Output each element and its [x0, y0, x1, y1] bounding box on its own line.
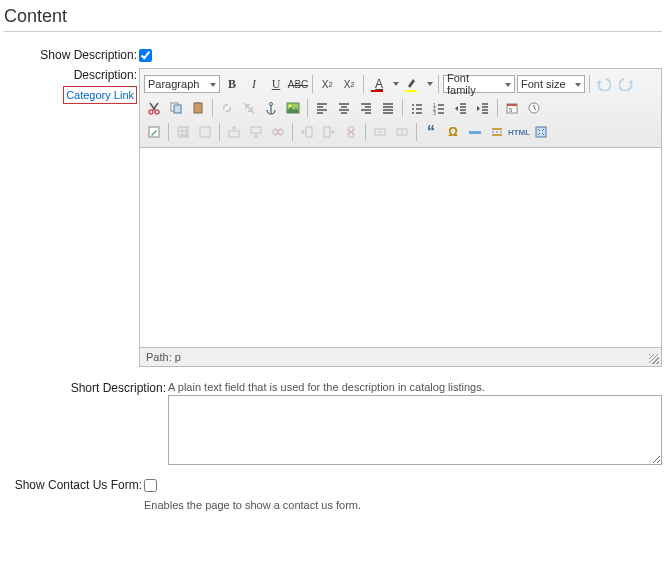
svg-rect-21: [200, 127, 210, 137]
pagebreak-button[interactable]: [487, 122, 507, 142]
svg-point-0: [149, 110, 153, 114]
resize-grip-icon[interactable]: [649, 354, 659, 364]
description-editor[interactable]: [139, 148, 662, 348]
table-props-button[interactable]: [195, 122, 215, 142]
svg-text:3: 3: [433, 110, 436, 115]
section-title: Content: [4, 4, 662, 32]
editor-toolbar: Paragraph B I U ABC X2 X2 A Font family …: [139, 68, 662, 148]
svg-point-11: [412, 112, 414, 114]
text-color-button[interactable]: A: [368, 74, 390, 94]
unlink-button[interactable]: [239, 98, 259, 118]
strikethrough-button[interactable]: ABC: [288, 74, 308, 94]
category-link-text: Category Link: [66, 89, 134, 101]
svg-rect-22: [229, 131, 239, 137]
merge-cells-button[interactable]: [370, 122, 390, 142]
description-label: Description:: [74, 68, 137, 82]
align-right-button[interactable]: [356, 98, 376, 118]
paste-button[interactable]: [188, 98, 208, 118]
font-family-select[interactable]: Font family: [443, 75, 515, 93]
split-cells-button[interactable]: [392, 122, 412, 142]
redo-button[interactable]: [616, 74, 636, 94]
show-description-label: Show Description:: [4, 48, 139, 62]
svg-rect-4: [194, 103, 202, 113]
bg-color-dropdown[interactable]: [426, 74, 434, 94]
svg-rect-3: [174, 105, 181, 113]
show-contact-checkbox[interactable]: [144, 479, 157, 492]
svg-rect-30: [469, 131, 481, 134]
svg-rect-23: [251, 127, 261, 133]
fullscreen-button[interactable]: [531, 122, 551, 142]
table-button[interactable]: [173, 122, 193, 142]
align-center-button[interactable]: [334, 98, 354, 118]
col-after-button[interactable]: [319, 122, 339, 142]
svg-point-10: [412, 108, 414, 110]
align-left-button[interactable]: [312, 98, 332, 118]
col-delete-button[interactable]: [341, 122, 361, 142]
cut-button[interactable]: [144, 98, 164, 118]
format-select[interactable]: Paragraph: [144, 75, 220, 93]
col-before-button[interactable]: [297, 122, 317, 142]
short-description-helper: A plain text field that is used for the …: [168, 381, 662, 393]
short-description-label: Short Description:: [4, 381, 168, 395]
svg-rect-5: [196, 102, 200, 104]
row-after-button[interactable]: [246, 122, 266, 142]
text-color-dropdown[interactable]: [392, 74, 400, 94]
font-size-select[interactable]: Font size: [517, 75, 585, 93]
editor-path: Path: p: [139, 348, 662, 367]
image-button[interactable]: [283, 98, 303, 118]
link-button[interactable]: [217, 98, 237, 118]
bullet-list-button[interactable]: [407, 98, 427, 118]
svg-rect-31: [536, 127, 546, 137]
row-before-button[interactable]: [224, 122, 244, 142]
copy-button[interactable]: [166, 98, 186, 118]
indent-button[interactable]: [473, 98, 493, 118]
svg-rect-16: [507, 104, 517, 106]
bold-button[interactable]: B: [222, 74, 242, 94]
html-button[interactable]: HTML: [509, 122, 529, 142]
anchor-button[interactable]: [261, 98, 281, 118]
undo-button[interactable]: [594, 74, 614, 94]
superscript-button[interactable]: X2: [339, 74, 359, 94]
hr-button[interactable]: [465, 122, 485, 142]
italic-button[interactable]: I: [244, 74, 264, 94]
svg-point-8: [289, 105, 292, 108]
bg-color-button[interactable]: [402, 74, 424, 94]
insert-date-button[interactable]: 5: [502, 98, 522, 118]
svg-rect-26: [324, 127, 330, 137]
row-delete-button[interactable]: [268, 122, 288, 142]
svg-rect-25: [306, 127, 312, 137]
align-justify-button[interactable]: [378, 98, 398, 118]
blockquote-open-button[interactable]: “: [421, 122, 441, 142]
show-contact-helper: Enables the page to show a contact us fo…: [144, 499, 361, 511]
edit-icon[interactable]: [144, 122, 164, 142]
underline-button[interactable]: U: [266, 74, 286, 94]
outdent-button[interactable]: [451, 98, 471, 118]
show-description-checkbox[interactable]: [139, 49, 152, 62]
short-description-textarea[interactable]: [168, 395, 662, 465]
insert-time-button[interactable]: [524, 98, 544, 118]
show-contact-label: Show Contact Us Form:: [4, 478, 144, 492]
svg-point-9: [412, 104, 414, 106]
svg-point-1: [155, 110, 159, 114]
subscript-button[interactable]: X2: [317, 74, 337, 94]
category-link-button[interactable]: Category Link: [63, 86, 137, 104]
number-list-button[interactable]: 123: [429, 98, 449, 118]
special-char-button[interactable]: Ω: [443, 122, 463, 142]
